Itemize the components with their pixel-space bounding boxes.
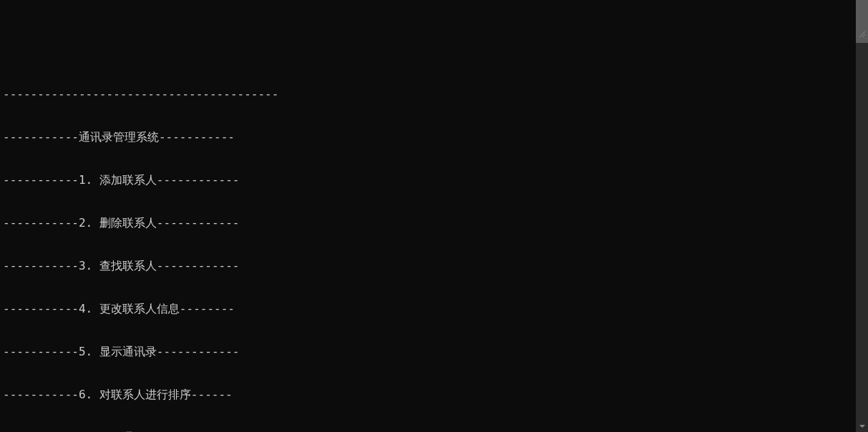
menu-title: -----------通讯录管理系统----------- [3, 130, 853, 144]
menu-item-find: -----------3. 查找联系人------------ [3, 259, 853, 273]
scrollbar-thumb[interactable] [856, 0, 868, 43]
scrollbar-down-arrow-icon[interactable] [856, 420, 868, 432]
menu-item-modify: -----------4. 更改联系人信息-------- [3, 302, 853, 316]
menu-item-delete: -----------2. 删除联系人------------ [3, 216, 853, 230]
menu-item-sort: -----------6. 对联系人进行排序------ [3, 388, 853, 402]
menu-item-show: -----------5. 显示通讯录------------ [3, 345, 853, 359]
menu-border-top: ---------------------------------------- [3, 87, 853, 102]
vertical-scrollbar[interactable] [856, 0, 868, 432]
console-output[interactable]: ----------------------------------------… [0, 57, 856, 432]
menu-item-add: -----------1. 添加联系人------------ [3, 173, 853, 187]
